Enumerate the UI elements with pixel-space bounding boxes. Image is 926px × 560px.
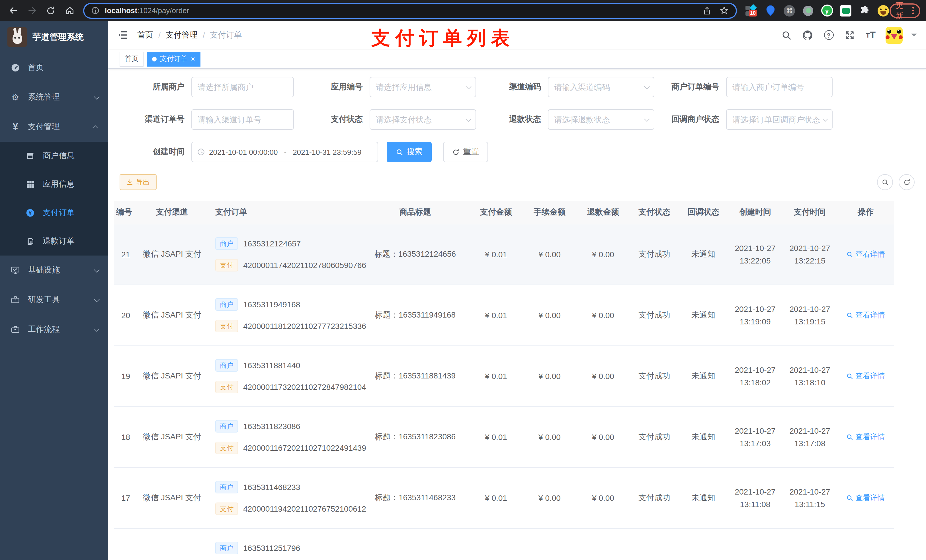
order-id: 19 bbox=[121, 371, 130, 380]
pay-order-line: 支付 4200001194202110276752100612 bbox=[215, 502, 361, 515]
toolbox-icon bbox=[10, 325, 21, 334]
breadcrumb-home[interactable]: 首页 bbox=[137, 30, 153, 40]
view-detail-link[interactable]: 查看详情 bbox=[846, 249, 885, 259]
sidebar-item-app-info[interactable]: 应用信息 bbox=[0, 170, 108, 199]
sidebar-item-home[interactable]: 首页 bbox=[0, 53, 108, 83]
sidebar-item-workflow[interactable]: 工作流程 bbox=[0, 315, 108, 344]
date-range-picker[interactable]: 2021-10-01 00:00:00 - 2021-10-31 23:59:5… bbox=[191, 142, 378, 162]
pin-extension-icon[interactable]: 10 bbox=[746, 4, 758, 17]
view-detail-link[interactable]: 查看详情 bbox=[846, 432, 885, 442]
tab-pay-order[interactable]: 支付订单 × bbox=[147, 51, 200, 66]
browser-menu-icon[interactable] bbox=[912, 7, 914, 14]
forward-icon bbox=[27, 6, 37, 15]
order-id: 20 bbox=[121, 311, 130, 320]
merchant-order-no: 1635312124657 bbox=[243, 239, 301, 248]
collapse-sidebar-icon[interactable] bbox=[117, 30, 128, 41]
view-detail-link[interactable]: 查看详情 bbox=[846, 371, 885, 381]
pay-order-line: 支付 4200001181202110277723215336 bbox=[215, 320, 361, 332]
app-title: 芋道管理系统 bbox=[32, 32, 84, 42]
reset-button[interactable]: 重置 bbox=[443, 142, 488, 162]
export-button[interactable]: 导出 bbox=[120, 174, 157, 190]
github-icon[interactable] bbox=[801, 29, 814, 41]
tab-home[interactable]: 首页 bbox=[120, 51, 144, 66]
date-end[interactable]: 2021-10-31 23:59:59 bbox=[293, 148, 362, 156]
sidebar-item-infrastructure[interactable]: 基础设施 bbox=[0, 255, 108, 285]
product-title-cell: 标题：1635312124656 bbox=[361, 223, 469, 285]
pay-time-cell: 2021-10-27 13:17:08 bbox=[782, 406, 837, 467]
notify-status: 未通知 bbox=[691, 371, 715, 380]
yen-circle-icon: ¥ bbox=[25, 208, 35, 217]
channel-code-select[interactable] bbox=[548, 77, 654, 97]
chevron-down-icon bbox=[644, 83, 650, 89]
date-start[interactable]: 2021-10-01 00:00:00 bbox=[209, 148, 278, 156]
close-tab-icon[interactable]: × bbox=[191, 55, 195, 63]
col-header-create-time: 创建时间 bbox=[728, 201, 782, 223]
breadcrumb: 首页 / 支付管理 / 支付订单 bbox=[137, 30, 242, 40]
pay-channel: 微信 JSAPI 支付 bbox=[143, 310, 201, 319]
sidebar-item-payment[interactable]: ¥ 支付管理 bbox=[0, 112, 108, 142]
app-logo[interactable]: 芋道管理系统 bbox=[0, 21, 108, 53]
notify-status: 未通知 bbox=[691, 432, 715, 441]
bookmark-star-icon[interactable] bbox=[719, 6, 729, 15]
active-tab-dot bbox=[152, 57, 157, 61]
help-icon[interactable]: ? bbox=[822, 29, 835, 41]
pay-order-line: 支付 4200001167202110271022491439 bbox=[215, 441, 361, 454]
browser-forward-button[interactable] bbox=[24, 3, 39, 18]
view-detail-link[interactable]: 查看详情 bbox=[846, 310, 885, 320]
create-time-cell: 2021-10-27 13:18:02 bbox=[728, 346, 782, 406]
browser-home-button[interactable] bbox=[62, 3, 77, 18]
font-size-icon[interactable]: TT bbox=[864, 29, 877, 41]
pay-order-line: 支付 4200001173202110272847982104 bbox=[215, 380, 361, 393]
puzzle-extensions-icon[interactable] bbox=[858, 4, 871, 17]
col-header-title: 商品标题 bbox=[361, 201, 469, 223]
sidebar-item-merchant-info[interactable]: 商户信息 bbox=[0, 142, 108, 170]
pay-channel: 微信 JSAPI 支付 bbox=[143, 249, 201, 258]
browser-update-button[interactable]: 更新 bbox=[890, 3, 920, 18]
browser-back-button[interactable] bbox=[6, 3, 21, 18]
record-extension-icon[interactable] bbox=[802, 4, 814, 17]
search-icon[interactable] bbox=[780, 29, 793, 41]
yudao-extension-icon[interactable]: y bbox=[821, 4, 833, 17]
user-avatar[interactable] bbox=[885, 26, 903, 44]
order-table-body: 21 微信 JSAPI 支付 商户 1635312124657 支付 42000… bbox=[114, 223, 894, 560]
create-time-cell bbox=[728, 528, 782, 560]
smiley-profile-icon[interactable] bbox=[877, 4, 890, 17]
channel-order-no-input[interactable] bbox=[191, 109, 294, 130]
share-icon[interactable] bbox=[703, 6, 711, 15]
filter-app-id: 应用编号 bbox=[298, 77, 476, 97]
yen-icon: ¥ bbox=[10, 121, 21, 133]
refund-status-select[interactable] bbox=[548, 109, 654, 130]
pay-status-select[interactable] bbox=[369, 109, 476, 130]
filter-notify-status: 回调商户状态 bbox=[654, 109, 832, 130]
chevron-down-icon bbox=[94, 94, 100, 99]
search-button[interactable]: 搜索 bbox=[387, 142, 432, 162]
merchant-input[interactable] bbox=[191, 77, 294, 97]
balloon-extension-icon[interactable] bbox=[764, 4, 777, 17]
app-id-select[interactable] bbox=[369, 77, 476, 97]
fee-amount: ¥ 0.00 bbox=[539, 371, 561, 380]
fullscreen-icon[interactable] bbox=[843, 29, 856, 41]
sidebar-item-pay-order[interactable]: ¥ 支付订单 bbox=[0, 199, 108, 227]
command-extension-icon[interactable]: ⌘ bbox=[783, 4, 796, 17]
gear-icon: ⚙ bbox=[10, 92, 21, 103]
merchant-order-no-input[interactable] bbox=[726, 77, 832, 97]
pay-status: 支付成功 bbox=[639, 432, 670, 441]
top-navbar: 首页 / 支付管理 / 支付订单 支付订单列表 ? bbox=[108, 21, 926, 50]
refresh-table-button[interactable] bbox=[899, 174, 915, 190]
pay-time-cell: 2021-10-27 13:18:10 bbox=[782, 346, 837, 406]
pay-amount: ¥ 0.01 bbox=[485, 371, 507, 380]
show-search-toggle-button[interactable] bbox=[877, 174, 893, 190]
site-info-icon[interactable] bbox=[91, 6, 100, 15]
browser-reload-button[interactable] bbox=[43, 3, 58, 18]
view-detail-link[interactable]: 查看详情 bbox=[846, 492, 885, 503]
sidebar-item-dev-tools[interactable]: 研发工具 bbox=[0, 285, 108, 315]
breadcrumb-payment[interactable]: 支付管理 bbox=[166, 30, 198, 40]
notify-status-select[interactable] bbox=[726, 109, 832, 130]
chat-extension-icon[interactable] bbox=[840, 4, 852, 17]
sidebar-item-refund-order[interactable]: 退款订单 bbox=[0, 227, 108, 255]
pay-time-cell: 2021-10-27 13:19:15 bbox=[782, 285, 837, 346]
sidebar-item-system[interactable]: ⚙ 系统管理 bbox=[0, 83, 108, 112]
refresh-icon bbox=[903, 178, 910, 186]
avatar-caret-icon[interactable] bbox=[911, 33, 917, 39]
address-bar[interactable]: localhost:1024/pay/order bbox=[83, 3, 737, 18]
